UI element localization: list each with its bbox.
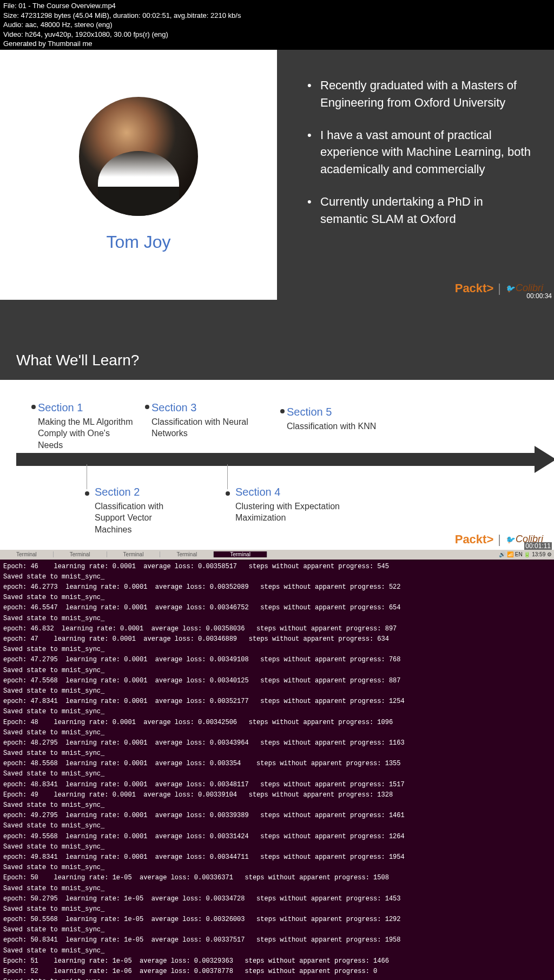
terminal-line: epoch: 48.8341 learning rate: 0.0001 ave… — [3, 780, 551, 790]
timestamp: 00:00:34 — [526, 292, 552, 300]
terminal-line: Saved state to mnist_sync_ — [3, 925, 551, 935]
terminal-line: Epoch: 49 learning rate: 0.0001 average … — [3, 790, 551, 800]
timeline-section-3: Section 3 Classification with Neural Net… — [151, 402, 260, 439]
terminal-line: Saved state to mnist_sync — [3, 977, 551, 980]
terminal-line: epoch: 48.2795 learning rate: 0.0001 ave… — [3, 738, 551, 748]
terminal-line: epoch: 50.5568 learning rate: 1e-05 aver… — [3, 915, 551, 925]
terminal-line: Saved state to mnist_sync_ — [3, 666, 551, 676]
timeline-section-2: Section 2 Classification with Support Ve… — [95, 486, 181, 536]
terminal-line: Saved state to mnist_sync_ — [3, 593, 551, 603]
terminal-screenshot: Terminal Terminal Terminal Terminal Term… — [0, 550, 554, 980]
terminal-line: Saved state to mnist_sync_ — [3, 904, 551, 915]
terminal-line: Epoch: 48 learning rate: 0.0001 average … — [3, 718, 551, 728]
section-title: Section 3 — [151, 402, 260, 414]
video-meta-header: File: 01 - The Course Overview.mp4 Size:… — [0, 0, 554, 50]
packt-logo: Packt> — [455, 532, 494, 547]
terminal-line: Saved state to mnist_sync_ — [3, 686, 551, 696]
terminal-line: Epoch: 52 learning rate: 1e-06 average l… — [3, 966, 551, 977]
timeline-dot-icon — [85, 491, 89, 496]
terminal-line: Saved state to mnist_sync_ — [3, 572, 551, 582]
author-name: Tom Joy — [106, 232, 170, 252]
terminal-line: epoch: 49.5568 learning rate: 0.0001 ave… — [3, 832, 551, 842]
bio-bullet: I have a vast amount of practical experi… — [309, 127, 532, 179]
timeline-connector — [87, 464, 87, 489]
terminal-line: Saved state to mnist_sync_ — [3, 821, 551, 831]
slide-what-learn-header: What We'll Learn? — [0, 300, 554, 380]
terminal-tab[interactable]: Terminal — [107, 551, 161, 557]
terminal-line: Epoch: 50 learning rate: 1e-05 average l… — [3, 873, 551, 883]
meta-file: File: 01 - The Course Overview.mp4 — [3, 1, 551, 11]
timeline-dot-icon — [31, 405, 36, 409]
section-title: Section 5 — [287, 406, 395, 418]
terminal-line: Saved state to mnist_sync_ — [3, 946, 551, 956]
author-panel: Tom Joy — [0, 50, 277, 300]
terminal-line: Saved state to mnist_sync_ — [3, 728, 551, 738]
timeline-arrow-head-icon — [535, 446, 554, 473]
terminal-line: Saved state to mnist_sync_ — [3, 644, 551, 655]
author-photo — [79, 97, 198, 216]
terminal-line: epoch: 47 learning rate: 0.0001 average … — [3, 634, 551, 644]
bio-bullet: Recently graduated with a Masters of Eng… — [309, 77, 532, 111]
meta-audio: Audio: aac, 48000 Hz, stereo (eng) — [3, 20, 551, 30]
packt-logo: Packt> — [455, 281, 494, 295]
terminal-tab-active[interactable]: Terminal — [214, 551, 267, 557]
terminal-line: epoch: 50.8341 learning rate: 1e-05 aver… — [3, 935, 551, 945]
brand-separator: | — [498, 532, 501, 547]
terminal-line: epoch: 49.2795 learning rate: 0.0001 ave… — [3, 811, 551, 821]
timeline-dot-icon — [226, 491, 230, 496]
terminal-tab[interactable]: Terminal — [0, 551, 54, 557]
timeline-section-1: Section 1 Making the ML Algorithm Comply… — [38, 402, 135, 451]
terminal-line: Saved state to mnist_sync_ — [3, 884, 551, 894]
terminal-line: Saved state to mnist_sync_ — [3, 614, 551, 624]
meta-video: Video: h264, yuv420p, 1920x1080, 30.00 f… — [3, 30, 551, 40]
meta-size: Size: 47231298 bytes (45.04 MiB), durati… — [3, 11, 551, 21]
terminal-line: epoch: 47.2795 learning rate: 0.0001 ave… — [3, 655, 551, 665]
section-desc: Classification with KNN — [287, 420, 395, 432]
timeline-section-5: Section 5 Classification with KNN — [287, 406, 395, 432]
section-desc: Classification with Neural Networks — [151, 416, 260, 439]
terminal-line: Saved state to mnist_sync_ — [3, 748, 551, 759]
terminal-line: Epoch: 51 learning rate: 1e-05 average l… — [3, 956, 551, 966]
terminal-tab-bar: Terminal Terminal Terminal Terminal Term… — [0, 550, 554, 560]
section-desc: Clustering with Expectation Maximization — [235, 501, 344, 524]
system-tray[interactable]: 🔊 📶 EN 🔋 13:59 ⚙ — [499, 551, 552, 557]
meta-generated: Generated by Thumbnail me — [3, 39, 551, 49]
terminal-line: epoch: 47.5568 learning rate: 0.0001 ave… — [3, 676, 551, 686]
terminal-line: Epoch: 46 learning rate: 0.0001 average … — [3, 562, 551, 572]
terminal-line: epoch: 48.5568 learning rate: 0.0001 ave… — [3, 759, 551, 769]
terminal-line: Saved state to mnist_sync_ — [3, 707, 551, 717]
timeline-dot-icon — [280, 409, 285, 413]
timeline-dot-icon — [145, 405, 149, 409]
terminal-line: epoch: 46.2773 learning rate: 0.0001 ave… — [3, 582, 551, 593]
section-title: Section 4 — [235, 486, 344, 498]
timestamp: 00:01:11 — [524, 542, 552, 550]
section-title: Section 2 — [95, 486, 181, 498]
terminal-output[interactable]: Epoch: 46 learning rate: 0.0001 average … — [0, 560, 554, 980]
terminal-line: epoch: 46.832 learning rate: 0.0001 aver… — [3, 624, 551, 634]
terminal-line: epoch: 50.2795 learning rate: 1e-05 aver… — [3, 894, 551, 904]
timeline-section-4: Section 4 Clustering with Expectation Ma… — [235, 486, 344, 524]
terminal-tab[interactable]: Terminal — [160, 551, 214, 557]
terminal-line: Saved state to mnist_sync_ — [3, 800, 551, 811]
terminal-line: epoch: 49.8341 learning rate: 0.0001 ave… — [3, 852, 551, 863]
slide-author-intro: Tom Joy Recently graduated with a Master… — [0, 50, 554, 300]
terminal-line: Saved state to mnist_sync_ — [3, 769, 551, 779]
section-desc: Classification with Support Vector Machi… — [95, 501, 181, 536]
section-title: Section 1 — [38, 402, 135, 414]
slide-timeline: Section 1 Making the ML Algorithm Comply… — [0, 380, 554, 550]
author-bio-panel: Recently graduated with a Masters of Eng… — [277, 50, 554, 300]
terminal-tab[interactable]: Terminal — [54, 551, 107, 557]
timeline-connector — [227, 464, 228, 489]
brand-separator: | — [498, 281, 501, 295]
terminal-line: epoch: 47.8341 learning rate: 0.0001 ave… — [3, 696, 551, 707]
terminal-line: epoch: 46.5547 learning rate: 0.0001 ave… — [3, 603, 551, 613]
terminal-line: Saved state to mnist_sync_ — [3, 842, 551, 852]
bio-bullet: Currently undertaking a PhD in semantic … — [309, 193, 532, 228]
section-desc: Making the ML Algorithm Comply with One'… — [38, 416, 135, 451]
slide-title: What We'll Learn? — [16, 352, 139, 369]
timeline-arrow-shaft — [16, 453, 543, 466]
terminal-line: Saved state to mnist_sync_ — [3, 863, 551, 873]
